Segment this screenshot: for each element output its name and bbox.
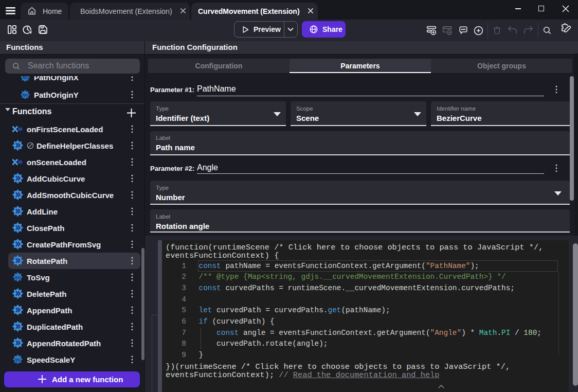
svg-text:f(x): f(x) xyxy=(15,276,21,280)
svg-text:f(x): f(x) xyxy=(15,358,21,362)
svg-text:f(x): f(x) xyxy=(23,76,28,80)
svg-text:f(x): f(x) xyxy=(23,93,28,97)
